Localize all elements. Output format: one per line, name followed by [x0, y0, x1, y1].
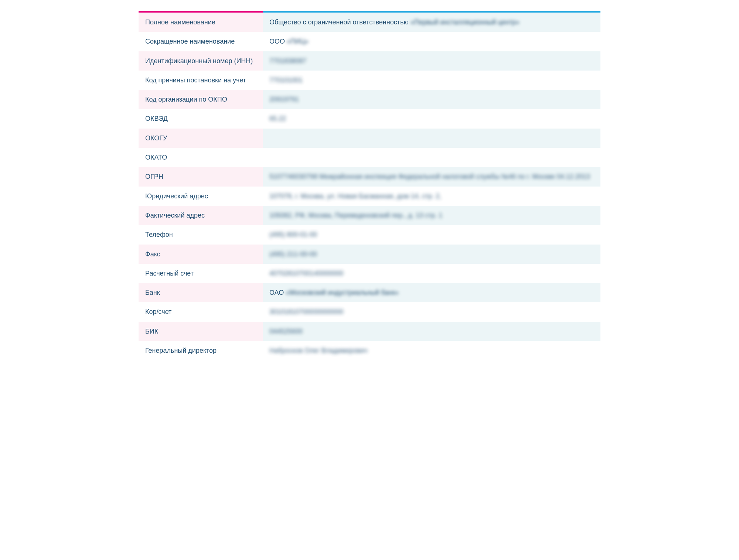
row-label: Код организации по ОКПО: [139, 90, 263, 109]
row-label: БИК: [139, 322, 263, 341]
row-value: 40702810700140000000: [263, 264, 600, 283]
table-row: БИК044525600: [139, 322, 600, 341]
row-label: Фактический адрес: [139, 206, 263, 225]
row-value: Общество с ограниченной ответственностью…: [263, 13, 600, 32]
row-value-clear: Общество с ограниченной ответственностью: [269, 18, 411, 26]
row-label: Сокращенное наименование: [139, 32, 263, 51]
table-row: Код причины постановки на учет770101001: [139, 71, 600, 90]
table-row: Генеральный директорНабросков Олег Влади…: [139, 341, 600, 360]
row-label: Код причины постановки на учет: [139, 71, 263, 90]
row-value-blurred: 107078, г. Москва, ул. Новая Басманная, …: [269, 192, 441, 200]
row-value-blurred: 7701838087: [269, 57, 306, 65]
row-value-blurred: 65.22: [269, 115, 286, 122]
row-label: ОКОГУ: [139, 129, 263, 148]
row-label: Идентификационный номер (ИНН): [139, 51, 263, 71]
row-value: 20919791: [263, 90, 600, 109]
row-label: Юридический адрес: [139, 187, 263, 206]
table-row: Телефон(495) 800-01-00: [139, 225, 600, 244]
row-label: Банк: [139, 283, 263, 302]
row-value-clear: ОАО: [269, 289, 286, 296]
row-label: ОКВЭД: [139, 109, 263, 128]
table-row: Кор/счет30101810700000000000: [139, 302, 600, 321]
row-value: 7701838087: [263, 51, 600, 71]
row-value-clear: ООО: [269, 38, 287, 45]
row-value-blurred: 20919791: [269, 96, 299, 103]
row-value-blurred: «Первый инсталляционный центр»: [411, 18, 520, 26]
row-value-blurred: 105082, РФ, Москва, Переведеновский пер.…: [269, 212, 442, 219]
row-value: 107078, г. Москва, ул. Новая Басманная, …: [263, 187, 600, 206]
row-value-blurred: 770101001: [269, 76, 303, 84]
table-row: ОГРН5107746030798 Межрайонная инспекция …: [139, 167, 600, 186]
row-value: 105082, РФ, Москва, Переведеновский пер.…: [263, 206, 600, 225]
row-value: ОАО «Московский индустриальный банк»: [263, 283, 600, 302]
row-value: [263, 148, 600, 167]
details-table-body: Полное наименованиеОбщество с ограниченн…: [139, 11, 600, 360]
row-label: Телефон: [139, 225, 263, 244]
row-label: Полное наименование: [139, 13, 263, 32]
company-card: Полное наименованиеОбщество с ограниченн…: [139, 0, 600, 375]
row-value: 044525600: [263, 322, 600, 341]
table-row: Юридический адрес107078, г. Москва, ул. …: [139, 187, 600, 206]
row-value: [263, 129, 600, 148]
row-label: Генеральный директор: [139, 341, 263, 360]
row-label: Расчетный счет: [139, 264, 263, 283]
details-table: Полное наименованиеОбщество с ограниченн…: [139, 11, 600, 360]
row-value: ООО «ПИЦ»: [263, 32, 600, 51]
row-value: (495) 211-00-00: [263, 245, 600, 264]
row-value-blurred: «ПИЦ»: [287, 38, 309, 45]
row-label: ОГРН: [139, 167, 263, 186]
table-row: Сокращенное наименованиеООО «ПИЦ»: [139, 32, 600, 51]
row-value: 65.22: [263, 109, 600, 128]
row-value-blurred: 30101810700000000000: [269, 308, 343, 315]
table-row: Фактический адрес105082, РФ, Москва, Пер…: [139, 206, 600, 225]
row-value: (495) 800-01-00: [263, 225, 600, 244]
row-value: 30101810700000000000: [263, 302, 600, 321]
table-row: Полное наименованиеОбщество с ограниченн…: [139, 13, 600, 32]
row-value-blurred: (495) 211-00-00: [269, 250, 317, 258]
table-row: Факс(495) 211-00-00: [139, 245, 600, 264]
row-value-blurred: 5107746030798 Межрайонная инспекция Феде…: [269, 173, 590, 180]
row-value-blurred: 40702810700140000000: [269, 270, 343, 277]
table-row: Код организации по ОКПО20919791: [139, 90, 600, 109]
table-row: ОКОГУ: [139, 129, 600, 148]
table-row: Расчетный счет40702810700140000000: [139, 264, 600, 283]
table-row: Идентификационный номер (ИНН)7701838087: [139, 51, 600, 71]
row-value-blurred: (495) 800-01-00: [269, 231, 317, 238]
row-value-blurred: Набросков Олег Владимирович: [269, 347, 367, 354]
table-row: БанкОАО «Московский индустриальный банк»: [139, 283, 600, 302]
row-label: Факс: [139, 245, 263, 264]
row-value: 5107746030798 Межрайонная инспекция Феде…: [263, 167, 600, 186]
row-value: 770101001: [263, 71, 600, 90]
table-row: ОКАТО: [139, 148, 600, 167]
row-label: ОКАТО: [139, 148, 263, 167]
row-value-blurred: 044525600: [269, 328, 303, 335]
row-value: Набросков Олег Владимирович: [263, 341, 600, 360]
row-value-blurred: «Московский индустриальный банк»: [286, 289, 399, 296]
row-label: Кор/счет: [139, 302, 263, 321]
table-row: ОКВЭД65.22: [139, 109, 600, 128]
